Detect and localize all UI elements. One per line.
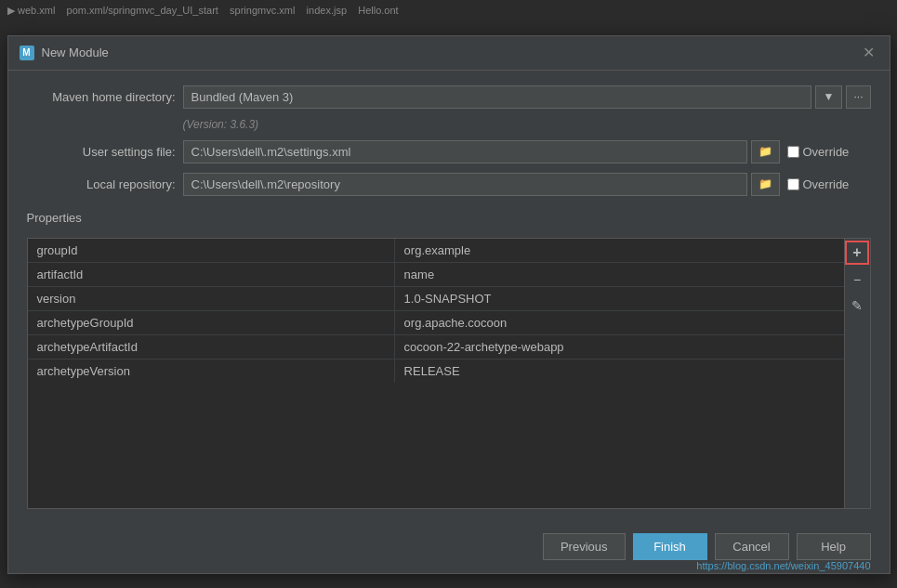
help-button[interactable]: Help [797,533,871,560]
url-hint: https://blog.csdn.net/weixin_45907440 [696,560,870,571]
maven-home-input-group: ▼ ··· [183,85,871,109]
local-repo-override-group: Override [787,177,871,191]
user-settings-browse-button[interactable]: 📁 [751,140,780,163]
prop-value: org.apache.cocoon [395,311,844,334]
prop-key: groupId [28,239,395,262]
titlebar-left: M New Module [20,46,109,60]
prop-key: archetypeVersion [28,359,395,383]
edit-property-button[interactable]: ✎ [844,293,870,319]
new-module-dialog: M New Module ✕ Maven home directory: ▼ ·… [7,35,890,574]
finish-button[interactable]: Finish [633,533,707,560]
cancel-button[interactable]: Cancel [715,533,789,560]
close-button[interactable]: ✕ [859,44,878,62]
user-settings-override-group: Override [787,145,871,159]
local-repo-browse-button[interactable]: 📁 [751,173,780,196]
local-repo-override-label: Override [803,177,850,191]
prop-value: 1.0-SNAPSHOT [395,287,844,310]
prop-value: name [395,263,844,286]
dialog-titlebar: M New Module ✕ [8,36,890,71]
dialog-icon: M [20,46,34,60]
properties-section-title: Properties [27,211,871,225]
table-row[interactable]: artifactId name [28,263,844,287]
maven-home-input[interactable] [183,85,811,109]
maven-home-dropdown-button[interactable]: ▼ [815,85,843,109]
modal-overlay: M New Module ✕ Maven home directory: ▼ ·… [0,20,897,588]
user-settings-label: User settings file: [27,145,176,159]
table-row[interactable]: archetypeVersion RELEASE [28,359,844,383]
local-repo-label: Local repository: [27,177,176,191]
prop-key: version [28,287,395,310]
top-bar-content: ▶ web.xml pom.xml/springmvc_day_UI_start… [7,5,399,17]
local-repo-input-group: 📁 [183,173,780,196]
user-settings-row: User settings file: 📁 Override [27,140,871,163]
maven-home-row: Maven home directory: ▼ ··· [27,85,871,109]
dialog-body: Maven home directory: ▼ ··· (Version: 3.… [8,71,890,524]
maven-home-browse-button[interactable]: ··· [846,85,870,109]
local-repo-row: Local repository: 📁 Override [27,173,871,196]
prop-value: cocoon-22-archetype-webapp [395,335,844,359]
prop-key: archetypeArtifactId [28,335,395,359]
table-row[interactable]: archetypeGroupId org.apache.cocoon [28,311,844,335]
properties-container: groupId org.example artifactId name vers… [27,238,871,509]
prop-value: org.example [395,239,844,262]
maven-home-label: Maven home directory: [27,90,176,104]
add-property-button[interactable]: + [845,241,869,265]
properties-table: groupId org.example artifactId name vers… [28,239,844,508]
remove-property-button[interactable]: − [844,267,870,293]
previous-button[interactable]: Previous [543,533,626,560]
dialog-title-text: New Module [42,46,109,59]
dialog-footer: Previous Finish Cancel Help https://blog… [8,524,890,573]
prop-value: RELEASE [395,359,844,383]
top-bar: ▶ web.xml pom.xml/springmvc_day_UI_start… [0,0,897,20]
app-window: ▶ web.xml pom.xml/springmvc_day_UI_start… [0,0,897,588]
local-repo-input[interactable] [183,173,747,196]
maven-version-hint: (Version: 3.6.3) [183,118,871,131]
local-repo-override-checkbox[interactable] [787,178,799,190]
properties-sidebar: + − ✎ [844,239,870,508]
user-settings-override-checkbox[interactable] [787,146,799,158]
table-row[interactable]: version 1.0-SNAPSHOT [28,287,844,311]
user-settings-input[interactable] [183,140,747,163]
prop-key: archetypeGroupId [28,311,395,334]
table-row[interactable]: groupId org.example [28,239,844,263]
prop-key: artifactId [28,263,395,286]
dialog-icon-label: M [22,47,30,58]
user-settings-input-group: 📁 [183,140,780,163]
user-settings-override-label: Override [803,145,850,159]
table-row[interactable]: archetypeArtifactId cocoon-22-archetype-… [28,335,844,359]
